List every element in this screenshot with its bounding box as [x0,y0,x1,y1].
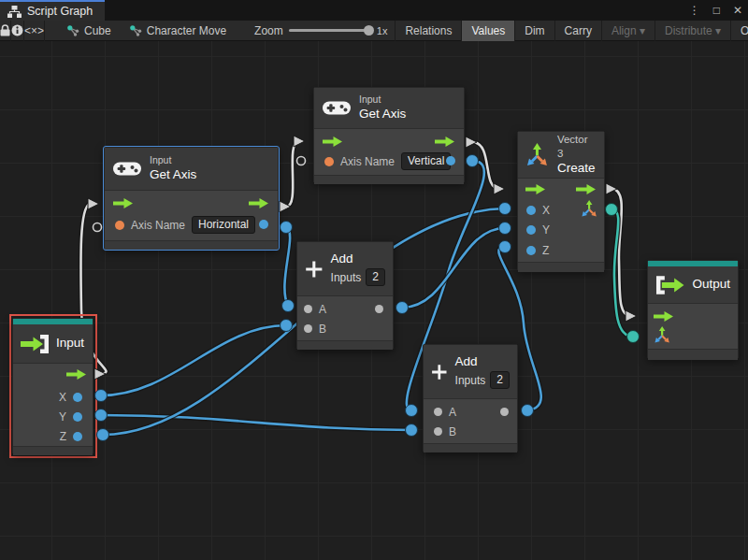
node-category: Input [359,93,406,107]
zoom-value: 1x [377,25,388,36]
input-port-x[interactable] [526,206,536,215]
control-input-port-icon[interactable] [525,183,546,195]
zoom-slider[interactable] [289,29,371,32]
graph-icon [7,6,22,18]
add-icon [305,255,324,283]
value-output-port[interactable] [446,156,455,165]
node-title: Add [455,354,510,370]
port-b-label: B [449,425,456,438]
tab-script-graph[interactable]: Script Graph [0,0,105,21]
close-icon[interactable]: ✕ [733,5,742,16]
control-output-port-icon[interactable] [435,136,455,148]
param-label: Axis Name [340,155,395,168]
sum-output-port[interactable] [500,408,509,416]
value-output-port[interactable] [259,220,268,229]
port-y-label: Y [59,410,66,424]
input-port-a[interactable] [304,305,312,313]
code-glyph: <×> [24,24,44,37]
input-port-b[interactable] [304,324,312,333]
port-z-label: Z [542,244,549,257]
graph-toolbar: <×> Cube Character Move Zoom 1x Relation… [0,21,748,41]
dim-button[interactable]: Dim [515,21,554,41]
string-input-port[interactable] [324,157,334,166]
output-port-y[interactable] [73,412,82,422]
string-input-port[interactable] [115,221,124,230]
node-title: Add [331,251,385,267]
control-output-port-icon[interactable] [66,368,87,381]
gamepad-icon [113,160,141,178]
node-category: Input [150,154,196,167]
align-dropdown[interactable]: Align ▾ [602,21,655,41]
zoom-slider-fill [289,29,369,32]
lock-button[interactable] [0,21,11,41]
inputs-count-field[interactable]: 2 [490,371,510,389]
output-port-x[interactable] [73,393,82,402]
node-input[interactable]: Input X Y Z [12,318,94,454]
control-input-port-icon[interactable] [113,197,134,209]
inputs-count-field[interactable]: 2 [366,268,385,286]
gamepad-icon [323,99,351,117]
node-title: Output [692,277,730,293]
vector3-input-port-icon[interactable] [654,326,671,344]
control-input-port-icon[interactable] [654,310,674,323]
window-controls: ⋮ □ ✕ [689,0,742,21]
port-y-label: Y [542,223,550,237]
carry-button[interactable]: Carry [555,21,602,41]
vector3-icon [525,143,550,167]
graph-crumb-icon [67,25,79,36]
node-vector3-create[interactable]: Vector 3 Create X Y Z [517,131,605,271]
param-label: Axis Name [131,219,185,232]
port-x-label: X [542,204,550,217]
control-output-port-icon[interactable] [249,197,269,209]
output-port-z[interactable] [73,432,82,441]
relations-button[interactable]: Relations [395,21,462,41]
inputs-label: Inputs [455,374,486,387]
output-icon [655,275,684,295]
node-get-axis-horizontal[interactable]: Input Get Axis Axis Name Horizontal [104,147,279,250]
zoom-label: Zoom [254,24,283,37]
graph-crumb-icon [130,25,142,36]
axis-name-value-field[interactable]: Vertical [401,152,451,170]
maximize-icon[interactable]: □ [713,5,720,16]
breadcrumb-label: Cube [84,24,111,37]
node-category: Vector 3 [557,133,597,161]
node-add-1[interactable]: Add Inputs 2 A B [296,241,394,350]
input-port-y[interactable] [526,225,536,235]
inspect-button[interactable] [11,21,24,41]
inputs-label: Inputs [331,271,362,284]
port-z-label: Z [60,430,66,443]
control-input-port-icon[interactable] [323,136,343,148]
tab-bar: Script Graph ⋮ □ ✕ [0,0,748,21]
port-b-label: B [319,323,326,336]
control-output-port-icon[interactable] [576,183,597,195]
zoom-control: Zoom 1x [247,24,395,37]
input-port-b[interactable] [434,427,442,436]
values-button[interactable]: Values [462,21,515,41]
node-get-axis-vertical[interactable]: Input Get Axis Axis Name Vertical [313,87,465,183]
zoom-slider-knob[interactable] [364,25,374,36]
vector3-output-port-icon[interactable] [581,200,598,218]
input-icon [20,334,50,354]
overview-button[interactable]: Overv [731,21,748,41]
unity-script-graph-window: Script Graph ⋮ □ ✕ <×> Cube Character Mo… [0,0,748,560]
menu-icon[interactable]: ⋮ [689,5,700,16]
node-title: Input [56,336,84,352]
port-a-label: A [319,303,326,316]
tab-title: Script Graph [27,5,93,18]
add-icon [431,358,448,386]
breadcrumb-character-move[interactable]: Character Move [121,24,236,37]
code-view-button[interactable]: <×> [24,21,45,41]
breadcrumb-cube[interactable]: Cube [58,24,121,37]
sum-output-port[interactable] [375,305,383,313]
input-port-a[interactable] [434,408,442,416]
axis-name-value-field[interactable]: Horizontal [192,216,255,234]
node-title: Get Axis [150,167,196,183]
node-output[interactable]: Output [647,260,739,359]
chevron-down-icon: ▾ [715,24,721,37]
chevron-down-icon: ▾ [640,24,645,37]
input-port-z[interactable] [526,246,536,255]
node-add-2[interactable]: Add Inputs 2 A B [423,344,518,452]
distribute-dropdown[interactable]: Distribute ▾ [655,21,731,41]
breadcrumb-label: Character Move [147,24,226,37]
lock-icon [0,24,10,36]
